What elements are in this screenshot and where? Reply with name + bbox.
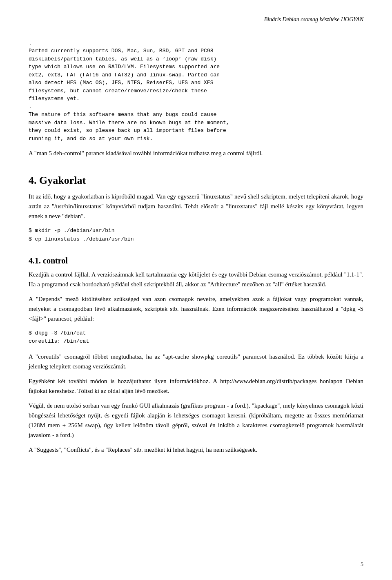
section4-intro-paragraph: Itt az idő, hogy a gyakorlatban is kipró… xyxy=(29,192,363,221)
section4-heading: 4. Gyakorlat xyxy=(29,174,363,187)
egyebkent-info-paragraph: Egyébként két további módon is hozzájuth… xyxy=(29,376,363,396)
section41-intro-paragraph: Kezdjük a control fájllal. A verziószámn… xyxy=(29,270,363,289)
coreutils-info-paragraph: A "coreutils" csomagról többet megtudhat… xyxy=(29,352,363,371)
dpkg-commands-block: $ dkpg -S /bin/cat coreutils: /bin/cat xyxy=(29,329,363,346)
vegul-info-paragraph: Végül, de nem utolsó sorban van egy fran… xyxy=(29,401,363,440)
page-header: Bináris Debian csomag készítése HOGYAN xyxy=(29,16,363,23)
depends-info-paragraph: A "Depends" mező kitöltéséhez szükséged … xyxy=(29,294,363,323)
parted-code-block: . Parted currently supports DOS, Mac, Su… xyxy=(29,31,363,143)
suggests-info-paragraph: A "Suggests", "Conflicts", és a "Replace… xyxy=(29,445,363,455)
header-title: Bináris Debian csomag készítése HOGYAN xyxy=(264,16,363,22)
section41-heading: 4.1. control xyxy=(29,256,363,265)
mkdir-commands-block: $ mkdir -p ./debian/usr/bin $ cp linuxst… xyxy=(29,227,363,244)
man-deb-control-paragraph: A "man 5 deb-control" parancs kiadásával… xyxy=(29,148,363,158)
page-number: 5 xyxy=(361,561,363,568)
